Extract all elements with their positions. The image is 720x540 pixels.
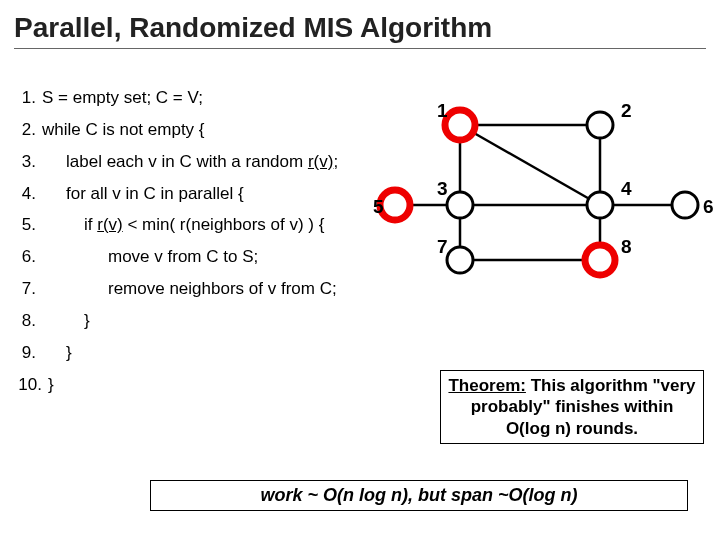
node-4 <box>587 192 613 218</box>
svg-point-10 <box>445 110 475 140</box>
node-label-7: 7 <box>437 236 448 257</box>
svg-point-11 <box>587 112 613 138</box>
algo-line-2: while C is not empty { <box>42 120 205 139</box>
algo-line-4: for all v in C in parallel { <box>42 184 244 203</box>
node-label-1: 1 <box>437 100 448 121</box>
node-8 <box>585 245 615 275</box>
svg-line-2 <box>460 125 600 205</box>
svg-point-13 <box>587 192 613 218</box>
work-span-box: work ~ O(n log n), but span ~O(log n) <box>150 480 688 511</box>
node-label-5: 5 <box>373 196 384 217</box>
algo-line-1: S = empty set; C = V; <box>42 88 203 107</box>
node-label-3: 3 <box>437 178 448 199</box>
node-label-2: 2 <box>621 100 632 121</box>
algo-line-5: if r(v) < min( r(neighbors of v) ) { <box>42 215 324 234</box>
svg-point-14 <box>380 190 410 220</box>
slide-title: Parallel, Randomized MIS Algorithm <box>14 12 706 44</box>
algo-line-9: } <box>42 343 72 362</box>
algo-line-7: remove neighbors of v from C; <box>42 279 337 298</box>
node-label-6: 6 <box>703 196 714 217</box>
node-3 <box>447 192 473 218</box>
algo-line-3: label each v in C with a random r(v); <box>42 152 338 171</box>
theorem-box: Theorem: This algorithm "very probably" … <box>440 370 704 444</box>
svg-point-15 <box>672 192 698 218</box>
node-2 <box>587 112 613 138</box>
algo-line-10: } <box>48 375 54 394</box>
graph-diagram: 1 2 3 4 5 6 7 8 <box>425 95 715 295</box>
node-7 <box>447 247 473 273</box>
svg-point-17 <box>585 245 615 275</box>
node-label-8: 8 <box>621 236 632 257</box>
theorem-label: Theorem: <box>448 376 525 395</box>
svg-point-12 <box>447 192 473 218</box>
node-1 <box>445 110 475 140</box>
algo-line-6: move v from C to S; <box>42 247 258 266</box>
node-label-4: 4 <box>621 178 632 199</box>
svg-point-16 <box>447 247 473 273</box>
title-rule <box>14 48 706 49</box>
algo-line-8: } <box>42 311 90 330</box>
node-6 <box>672 192 698 218</box>
node-5 <box>380 190 410 220</box>
